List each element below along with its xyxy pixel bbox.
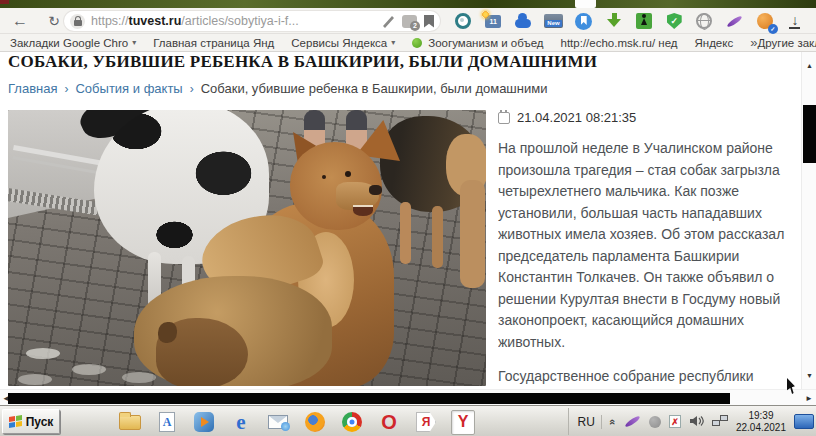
other-bookmarks-button[interactable]: Другие закладки▾: [757, 37, 816, 49]
browser-theme-strip: [0, 0, 816, 8]
savefrom-arrow-extension-icon[interactable]: [603, 10, 625, 32]
article-photo: [8, 110, 486, 386]
article-paragraph: Государственное собрание республики напр…: [498, 366, 801, 389]
screenshot-new-extension-icon[interactable]: New: [543, 10, 565, 32]
show-desktop-icon[interactable]: [794, 414, 814, 429]
breadcrumb-section[interactable]: События и факты: [75, 81, 182, 96]
mail-icon[interactable]: [266, 410, 290, 434]
breadcrumb-current: Собаки, убившие ребенка в Башкирии, были…: [201, 81, 548, 96]
chrome-icon[interactable]: [340, 410, 364, 434]
url-text[interactable]: https://tuvest.ru/articles/sobytiya-i-f.…: [91, 14, 374, 28]
network-icon[interactable]: [712, 413, 728, 431]
browser-toolbar: ← ↻ https://tuvest.ru/articles/sobytiya-…: [0, 8, 816, 34]
green-dot-favicon: [412, 38, 422, 48]
bookmark-item[interactable]: Зоогуманизм и объед: [412, 37, 543, 49]
bookmark-item[interactable]: Закладки Google Chro▾: [10, 37, 136, 49]
desktop: ← ↻ https://tuvest.ru/articles/sobytiya-…: [0, 0, 816, 436]
shield-check-extension-icon[interactable]: ✓: [663, 10, 685, 32]
calendar-icon: [498, 112, 510, 124]
scroll-right-arrow[interactable]: ►: [805, 394, 813, 403]
feather-extension-icon[interactable]: [724, 10, 746, 32]
vertical-scrollbar[interactable]: ▲ ▼: [801, 52, 816, 389]
breadcrumb-separator: ›: [64, 82, 68, 96]
taskbar: Пуск A e O Я Y RU « ✗ 19:3922.04.2021: [0, 405, 816, 436]
turbo-icon[interactable]: [381, 14, 395, 28]
volume-icon[interactable]: [689, 413, 704, 431]
quick-launch-bar: A e O Я Y: [118, 409, 475, 435]
bookmark-extension-icon[interactable]: [573, 10, 595, 32]
system-tray: RU « ✗ 19:3922.04.2021: [568, 408, 814, 435]
yandex-browser-taskbar-button[interactable]: Y: [451, 410, 475, 434]
tray-gray-circle-icon[interactable]: [649, 416, 661, 428]
globe-extension-icon[interactable]: [693, 10, 715, 32]
bookmark-item[interactable]: http://echo.msk.ru/ нед: [561, 37, 678, 49]
publish-date: 21.04.2021 08:21:35: [517, 110, 636, 125]
chevron-down-icon: ▾: [132, 38, 136, 47]
kaspersky-extension-icon[interactable]: [633, 10, 655, 32]
windows-logo-icon: [9, 415, 22, 428]
back-button[interactable]: ←: [8, 9, 32, 33]
calendar-extension-icon[interactable]: 11: [482, 10, 504, 32]
photo-main-dog-mouth: [353, 205, 373, 216]
page-content: СОБАКИ, УБИВШИЕ РЕБЕНКА В БАШКИРИИ, БЫЛИ…: [0, 52, 801, 389]
horizontal-scrollbar[interactable]: ◄ ►: [0, 389, 816, 405]
photo-main-dog-nose: [369, 185, 382, 195]
extensions-row: 11 New ✓ ✓ ↓: [452, 10, 806, 32]
horizontal-scroll-thumb[interactable]: [8, 393, 730, 404]
downloads-icon[interactable]: ↓: [784, 10, 806, 32]
reload-button[interactable]: ↻: [42, 9, 66, 33]
chevron-down-icon: ▾: [391, 38, 395, 47]
tray-alert-icon[interactable]: ✗: [669, 415, 681, 428]
photo-dog-dark-legs: [400, 202, 411, 264]
photo-snow-patches: [26, 348, 60, 359]
bookmarks-bar: Закладки Google Chro▾ Главная страница Я…: [0, 34, 816, 52]
bookmarks-overflow-chevron[interactable]: »: [750, 35, 757, 50]
drop-extension-icon[interactable]: [452, 10, 474, 32]
article-column: 21.04.2021 08:21:35 На прошлой неделе в …: [498, 110, 801, 389]
collections-badge-icon[interactable]: 2: [402, 15, 417, 28]
article-paragraph: На прошлой неделе в Учалинском районе пр…: [498, 138, 801, 353]
firefox-icon[interactable]: [303, 410, 327, 434]
opera-icon[interactable]: O: [377, 410, 401, 434]
language-indicator[interactable]: RU: [577, 415, 601, 429]
bookmark-flag-icon[interactable]: [424, 15, 434, 28]
active-tab-notch[interactable]: [575, 0, 596, 8]
explorer-folder-icon[interactable]: [118, 410, 142, 434]
tray-feather-icon[interactable]: [624, 414, 640, 428]
lock-icon: [70, 14, 85, 29]
tray-expand-chevron-icon[interactable]: «: [607, 418, 619, 424]
publish-date-row: 21.04.2021 08:21:35: [498, 110, 801, 125]
media-player-icon[interactable]: [192, 410, 216, 434]
breadcrumb-separator: ›: [190, 82, 194, 96]
internet-explorer-icon[interactable]: e: [229, 410, 253, 434]
window-corner: [0, 0, 9, 4]
cloud-extension-icon[interactable]: [512, 10, 534, 32]
yandex-icon[interactable]: Я: [414, 410, 438, 434]
photo-main-dog-eye: [345, 171, 351, 177]
clock[interactable]: 19:3922.04.2021: [736, 410, 786, 434]
breadcrumb-home[interactable]: Главная: [8, 81, 57, 96]
start-button[interactable]: Пуск: [2, 409, 60, 434]
scroll-down-arrow[interactable]: ▼: [802, 372, 816, 379]
bookmark-item[interactable]: Главная страница Янд: [153, 37, 274, 49]
orange-check-extension-icon[interactable]: ✓: [754, 10, 776, 32]
photo-dog-far-leg: [460, 180, 485, 288]
bookmark-item[interactable]: Сервисы Яндекса▾: [291, 37, 395, 49]
document-icon[interactable]: A: [155, 410, 179, 434]
photo-front-dog-ear: [158, 322, 177, 343]
page-title: СОБАКИ, УБИВШИЕ РЕБЕНКА В БАШКИРИИ, БЫЛИ…: [8, 52, 788, 72]
scroll-up-arrow[interactable]: ▲: [802, 62, 816, 69]
breadcrumb: Главная›События и факты›Собаки, убившие …: [8, 81, 547, 96]
address-bar[interactable]: https://tuvest.ru/articles/sobytiya-i-f.…: [64, 11, 440, 31]
vertical-scroll-thumb[interactable]: [803, 105, 816, 163]
bookmark-item[interactable]: Яндекс: [695, 37, 734, 49]
